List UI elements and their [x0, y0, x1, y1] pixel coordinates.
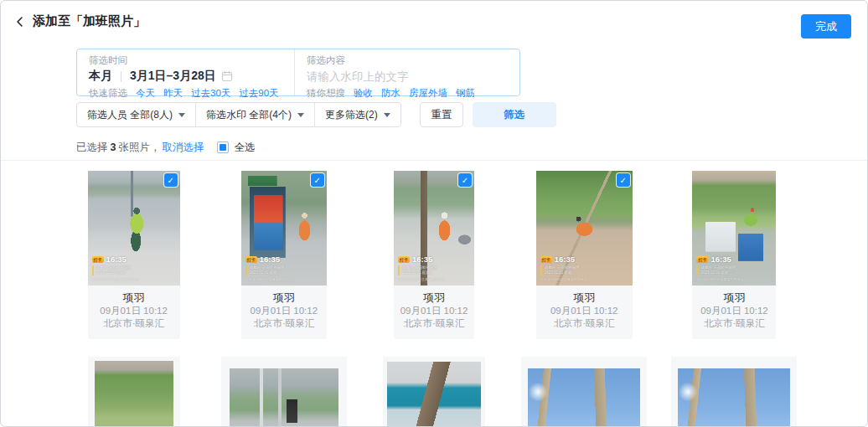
selected-checkmark-icon[interactable]: ✓ — [458, 173, 472, 187]
dropdown-group: 筛选人员 全部(8人) 筛选水印 全部(4个) 更多筛选(2) — [76, 102, 401, 127]
watermark-badge: 打卡 — [92, 256, 104, 263]
photo-location: 北京市·颐泉汇 — [241, 317, 327, 331]
watermark-time: 16:35 — [710, 255, 731, 264]
selected-checkmark-icon[interactable]: ✓ — [164, 173, 178, 187]
photo-card[interactable]: 打卡16:35 成都市·天府软件园区2023.02.01 星期三 今日水印相机记… — [536, 171, 633, 339]
watermark-time: 16:35 — [106, 255, 127, 264]
watermark-badge: 打卡 — [245, 256, 257, 263]
photo-datetime: 09月01日 10:12 — [536, 305, 633, 318]
back-button[interactable] — [13, 14, 28, 29]
quick-filter-today[interactable]: 今天 — [136, 87, 155, 100]
photo-author: 项羽 — [692, 291, 776, 305]
time-filter-section: 筛选时间 本月 3月1日–3月28日 快速筛选 今天 昨天 过去30天 过去90… — [77, 49, 294, 95]
select-all-checkbox[interactable] — [217, 141, 229, 153]
photo-thumbnail[interactable]: 打卡16:35 成都市·天府软件园区2023.02.01 星期三 今日水印相机记… — [692, 171, 776, 286]
person-filter-dropdown[interactable]: 筛选人员 全部(8人) — [77, 103, 195, 126]
page-title: 添加至「加班照片」 — [33, 13, 146, 29]
photo-datetime: 09月01日 10:12 — [692, 305, 776, 318]
photo-card[interactable] — [88, 357, 180, 427]
content-filter-section: 筛选内容 猜你想搜 验收 防水 房屋外墙 钢筋 — [294, 49, 519, 95]
done-button[interactable]: 完成 — [801, 14, 851, 39]
selected-checkmark-icon[interactable]: ✓ — [311, 173, 324, 187]
photo-thumbnail[interactable]: 打卡16:35 成都市·天府软件园区2023.02.01 星期三 今日水印相机记… — [536, 171, 633, 286]
select-all-label: 全选 — [234, 141, 255, 155]
photo-watermark: 打卡16:35 成都市·天府软件园区2023.02.01 星期三 今日水印相机记… — [540, 255, 587, 281]
quick-filter-past90[interactable]: 过去90天 — [239, 87, 278, 100]
quick-filter-past30[interactable]: 过去30天 — [191, 87, 230, 100]
quick-filter-label: 快速筛选 — [89, 87, 127, 100]
content-filter-label: 筛选内容 — [307, 54, 508, 67]
photo-datetime: 09月01日 10:12 — [88, 305, 180, 318]
watermark-time: 16:35 — [555, 255, 575, 264]
photo-card[interactable]: 打卡16:35 成都市·天府软件园区2023.02.01 星期三 今日水印相机记… — [88, 171, 180, 339]
photo-thumbnail[interactable] — [678, 368, 790, 427]
apply-filter-button[interactable]: 筛选 — [473, 102, 556, 127]
photo-location: 北京市·颐泉汇 — [692, 317, 776, 331]
filter-bar: 筛选人员 全部(8人) 筛选水印 全部(4个) 更多筛选(2) 重置 筛选 — [76, 102, 556, 127]
date-range-value[interactable]: 3月1日–3月28日 — [130, 69, 216, 84]
photo-thumbnail[interactable] — [230, 368, 338, 427]
selection-bar: 已选择 3 张照片， 取消选择 全选 — [76, 140, 255, 155]
chevron-left-icon — [14, 16, 26, 28]
photo-author: 项羽 — [394, 291, 474, 305]
watermark-filter-dropdown[interactable]: 筛选水印 全部(4个) — [195, 103, 314, 126]
photo-location: 北京市·颐泉汇 — [394, 317, 474, 331]
reset-button[interactable]: 重置 — [420, 102, 463, 127]
photo-card[interactable] — [383, 357, 485, 427]
suggestion-link[interactable]: 防水 — [381, 87, 400, 100]
photo-card[interactable] — [521, 357, 647, 427]
photo-watermark: 打卡16:35 成都市·天府软件园区2023.02.01 星期三 今日水印相机记… — [92, 255, 139, 281]
photo-thumbnail[interactable] — [95, 361, 173, 427]
deselect-link[interactable]: 取消选择 — [162, 141, 204, 155]
watermark-time: 16:35 — [260, 255, 280, 264]
photo-watermark: 打卡16:35 成都市·天府软件园区2023.02.01 星期三 今日水印相机记… — [245, 255, 292, 281]
photo-card[interactable]: 打卡16:35 成都市·天府软件园区2023.02.01 星期三 今日水印相机记… — [692, 171, 776, 339]
date-range-picker[interactable]: 本月 3月1日–3月28日 — [89, 68, 282, 85]
filter-panel: 筛选时间 本月 3月1日–3月28日 快速筛选 今天 昨天 过去30天 过去90… — [76, 49, 520, 96]
photo-thumbnail[interactable] — [387, 362, 481, 427]
photo-grid-row: 打卡16:35 成都市·天府软件园区2023.02.01 星期三 今日水印相机记… — [1, 171, 867, 339]
calendar-icon[interactable] — [221, 70, 233, 82]
photo-location: 北京市·颐泉汇 — [88, 317, 180, 331]
suggestion-link[interactable]: 房屋外墙 — [409, 87, 447, 100]
selected-prefix: 已选择 — [76, 141, 108, 155]
time-filter-label: 筛选时间 — [89, 54, 282, 67]
divider — [121, 71, 121, 82]
photo-author: 项羽 — [241, 291, 327, 305]
add-to-album-page: 添加至「加班照片」 完成 筛选时间 本月 3月1日–3月28日 快速筛选 今天 … — [0, 0, 868, 427]
photo-author: 项羽 — [88, 291, 180, 305]
chevron-down-icon — [297, 113, 304, 117]
photo-thumbnail[interactable]: 打卡16:35 成都市·天府软件园区2023.02.01 星期三 今日水印相机记… — [241, 171, 327, 286]
photo-thumbnail[interactable] — [528, 368, 640, 427]
watermark-badge: 打卡 — [696, 256, 708, 263]
quick-filter-yesterday[interactable]: 昨天 — [163, 87, 183, 100]
photo-author: 项羽 — [536, 291, 633, 305]
chevron-down-icon — [178, 113, 185, 117]
photo-watermark: 打卡16:35 成都市·天府软件园区2023.02.01 星期三 今日水印相机记… — [696, 255, 743, 281]
suggestion-link[interactable]: 验收 — [354, 87, 373, 100]
photo-card[interactable] — [671, 357, 797, 427]
photo-datetime: 09月01日 10:12 — [394, 305, 474, 318]
photo-thumbnail[interactable]: 打卡16:35 成都市·天府软件园区2023.02.01 星期三 今日水印相机记… — [394, 171, 474, 286]
photo-card[interactable]: 打卡16:35 成都市·天府软件园区2023.02.01 星期三 今日水印相机记… — [241, 171, 327, 339]
photo-card[interactable]: 打卡16:35 成都市·天府软件园区2023.02.01 星期三 今日水印相机记… — [394, 171, 474, 339]
watermark-badge: 打卡 — [540, 256, 552, 263]
photo-thumbnail[interactable]: 打卡16:35 成都市·天府软件园区2023.02.01 星期三 今日水印相机记… — [88, 171, 180, 286]
current-period[interactable]: 本月 — [89, 69, 112, 84]
chevron-down-icon — [384, 113, 390, 117]
watermark-text-input[interactable] — [307, 68, 508, 85]
divider — [1, 160, 867, 161]
photo-datetime: 09月01日 10:12 — [241, 305, 327, 318]
watermark-badge: 打卡 — [398, 256, 410, 263]
indeterminate-mark — [220, 144, 226, 151]
selected-suffix: 张照片， — [118, 141, 160, 155]
photo-card[interactable] — [221, 357, 347, 427]
photo-grid-row — [1, 357, 867, 427]
photo-location: 北京市·颐泉汇 — [536, 317, 633, 331]
watermark-time: 16:35 — [412, 255, 432, 264]
more-filters-dropdown[interactable]: 更多筛选(2) — [314, 103, 400, 126]
photo-watermark: 打卡16:35 成都市·天府软件园区2023.02.01 星期三 今日水印相机记… — [398, 255, 445, 281]
selected-checkmark-icon[interactable]: ✓ — [617, 173, 630, 187]
suggest-label: 猜你想搜 — [307, 87, 345, 100]
suggestion-link[interactable]: 钢筋 — [456, 87, 475, 100]
